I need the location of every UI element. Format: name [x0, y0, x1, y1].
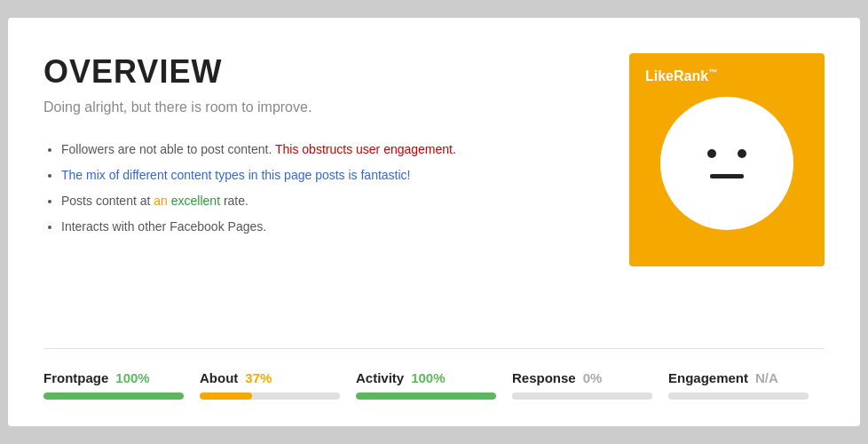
face-eye-right: [738, 149, 746, 158]
face-circle: [660, 97, 793, 230]
list-item: Followers are not able to post content. …: [61, 140, 594, 159]
face-eyes: [707, 149, 746, 158]
list-item: Interacts with other Facebook Pages.: [61, 218, 594, 236]
metric-header: About 37%: [200, 370, 356, 385]
metric-value: 0%: [583, 370, 603, 385]
likerank-label: LikeRank™: [645, 67, 717, 84]
metric-value: 100%: [411, 370, 445, 385]
metric-header: Engagement N/A: [668, 370, 825, 385]
top-section: OVERVIEW Doing alright, but there is roo…: [43, 53, 825, 321]
metric-value: 100%: [115, 370, 149, 385]
bullet-text: Interacts with other Facebook Pages.: [61, 219, 266, 234]
progress-bar-bg: [43, 392, 184, 400]
metric-header: Frontpage 100%: [43, 370, 200, 385]
progress-bar-bg: [668, 392, 809, 400]
bullet-list: Followers are not able to post content. …: [43, 140, 594, 236]
metric-header: Response 0%: [512, 370, 668, 385]
face-mouth: [710, 174, 744, 178]
progress-bar-fill: [200, 392, 252, 400]
metric-engagement: Engagement N/A: [668, 370, 825, 400]
progress-bar-fill: [356, 392, 496, 400]
metric-about: About 37%: [200, 370, 356, 400]
metric-name: Frontpage: [43, 370, 108, 385]
metric-name: Response: [512, 370, 576, 385]
metric-name: Engagement: [668, 370, 748, 385]
left-content: OVERVIEW Doing alright, but there is roo…: [43, 53, 629, 243]
metric-name: Activity: [356, 370, 404, 385]
overview-title: OVERVIEW: [43, 53, 594, 91]
list-item: Posts content at an excellent rate.: [61, 192, 594, 210]
list-item: The mix of different content types in th…: [61, 166, 594, 185]
bullet-text: The mix of different content types in th…: [61, 168, 411, 182]
main-card: OVERVIEW Doing alright, but there is roo…: [8, 18, 860, 426]
progress-bar-bg: [512, 392, 652, 400]
progress-bar-bg: [356, 392, 496, 400]
likerank-widget: LikeRank™: [629, 53, 825, 266]
metric-name: About: [200, 370, 238, 385]
divider: [43, 348, 825, 349]
subtitle: Doing alright, but there is room to impr…: [43, 99, 594, 115]
bullet-text: Posts content at an excellent rate.: [61, 194, 249, 208]
bullet-text: Followers are not able to post content. …: [61, 142, 456, 156]
progress-bar-fill: [43, 392, 184, 400]
metric-header: Activity 100%: [356, 370, 512, 385]
face-eye-left: [707, 149, 716, 158]
metric-activity: Activity 100%: [356, 370, 512, 400]
metric-value: 37%: [245, 370, 272, 385]
metric-response: Response 0%: [512, 370, 668, 400]
metrics-row: Frontpage 100% About 37% Activity 100%: [43, 370, 825, 400]
metric-value: N/A: [755, 370, 778, 385]
progress-bar-bg: [200, 392, 340, 400]
trademark: ™: [708, 67, 717, 77]
metric-frontpage: Frontpage 100%: [43, 370, 200, 400]
